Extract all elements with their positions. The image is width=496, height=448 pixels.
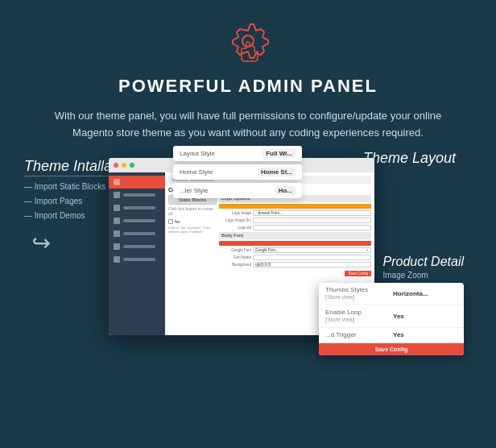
enable-loop-row: Enable Loop[Store view] Yes	[319, 305, 464, 328]
floating-menus: Layout Style Full Wi... Home Style Home …	[173, 146, 302, 201]
save-config-button[interactable]: Save Config	[345, 271, 371, 276]
trigger-label: ...d Trigger	[325, 331, 390, 339]
mockup-right-col: Logo Options Logo Image ...browse From..…	[219, 195, 371, 276]
sidebar-item-2	[109, 201, 165, 214]
svg-point-0	[242, 35, 254, 47]
google-font-select[interactable]: Google Font... ▼	[253, 247, 371, 253]
no-label: No	[175, 219, 180, 224]
logo-img-field[interactable]: ...browse From...	[253, 210, 371, 216]
sidebar-icon-1	[114, 192, 120, 198]
no-desc: if set to 'Yes', imported "*ocks with th…	[168, 226, 217, 234]
sidebar-text-4	[123, 232, 155, 235]
panels-area: Theme Intallation Import Static Blocks I…	[24, 158, 472, 432]
google-font-val: Google Font...	[255, 248, 279, 252]
product-detail-sub-1: Image Zoom	[383, 269, 465, 282]
float-menu-home: Home Style Home St...	[173, 164, 302, 180]
logo-src-field[interactable]	[253, 218, 371, 223]
form-row-font-name: Font Name	[219, 255, 371, 260]
other-style-val[interactable]: Ho...	[275, 186, 296, 195]
form-row-google-font: Google Font Google Font... ▼	[219, 247, 371, 253]
form-row-logo-img: Logo Image ...browse From...	[219, 210, 371, 216]
sidebar-text-2	[123, 206, 155, 209]
sidebar-text-5	[123, 245, 155, 248]
product-detail-panel: Thumbs Styles[Store view] Horizonta... E…	[319, 283, 464, 355]
other-style-label: ...ler Style	[180, 187, 209, 194]
form-row-logo-src: Logo Image Src	[219, 218, 371, 223]
arrow-left-icon: ↩	[32, 230, 51, 256]
form-row-bg: Background rgb(0,0,0)	[219, 262, 371, 268]
sidebar-text-3	[123, 219, 155, 222]
home-style-label: Home Style	[180, 168, 213, 176]
home-style-val[interactable]: Home St...	[258, 168, 296, 176]
sidebar-icon-5	[114, 243, 120, 250]
page-title: POWERFUL ADMIN PANEL	[118, 76, 378, 97]
page-subtitle: With our theme panel, you will have full…	[47, 108, 449, 142]
trigger-val[interactable]: Yes	[393, 331, 404, 338]
mockup-split: Static Blocks Click this button to creat…	[168, 195, 371, 276]
mockup-left-col: Static Blocks Click this button to creat…	[168, 195, 217, 276]
trigger-row: ...d Trigger Yes	[319, 328, 464, 343]
panel-save-button[interactable]: Save Config	[319, 343, 464, 355]
float-menu-other: ...ler Style Ho...	[173, 183, 302, 198]
logo-alt-field[interactable]	[253, 225, 371, 230]
select-arrow-icon: ▼	[366, 248, 369, 252]
bg-select[interactable]: rgb(0,0,0)	[253, 262, 371, 268]
font-name-field[interactable]	[253, 255, 371, 260]
dot-yellow	[122, 163, 126, 168]
mockup-sidebar	[109, 172, 165, 335]
sidebar-item-1	[109, 189, 165, 201]
layout-style-val[interactable]: Full Wi...	[262, 149, 296, 158]
sidebar-icon-6	[114, 256, 120, 263]
click-text: Click this button to create all	[168, 206, 217, 216]
sidebar-text-6	[123, 258, 155, 261]
product-detail-title: Product Detail	[383, 255, 465, 269]
logo-img-label: Logo Image	[219, 211, 251, 215]
logo-src-label: Logo Image Src	[219, 218, 251, 222]
red-bar-1	[219, 241, 371, 246]
logo-img-val: ...browse From...	[255, 211, 283, 215]
sidebar-item-6	[109, 253, 165, 266]
sidebar-icon-3	[114, 218, 120, 224]
sidebar-item-5	[109, 240, 165, 253]
float-menu-layout: Layout Style Full Wi...	[173, 146, 302, 161]
sidebar-item-active	[109, 176, 165, 189]
no-checkbox	[168, 219, 173, 224]
admin-icon-area	[224, 16, 272, 68]
bg-label: Background	[219, 263, 251, 267]
sidebar-icon	[114, 179, 120, 185]
sidebar-icon-2	[114, 205, 120, 211]
dot-green	[130, 163, 134, 168]
theme-layout-label: Theme Layout	[363, 150, 456, 167]
no-row: No	[168, 219, 217, 224]
enable-loop-val[interactable]: Yes	[393, 313, 404, 320]
sidebar-icon-4	[114, 230, 120, 237]
dot-red	[114, 163, 118, 168]
sidebar-item-3	[109, 214, 165, 227]
form-row-logo-alt: Logo Alt	[219, 225, 371, 230]
sidebar-text-1	[123, 193, 155, 197]
enable-loop-label: Enable Loop[Store view]	[325, 309, 390, 324]
form-section-font: Body Font	[219, 232, 371, 239]
logo-alt-label: Logo Alt	[219, 226, 251, 230]
orange-bar-1	[219, 204, 371, 209]
bg-val: rgb(0,0,0)	[255, 263, 271, 267]
google-font-label: Google Font	[219, 248, 251, 252]
admin-gear-icon	[224, 16, 272, 64]
thumbs-styles-val[interactable]: Horizonta...	[393, 290, 428, 297]
thumbs-styles-label: Thumbs Styles[Store view]	[325, 286, 390, 301]
font-name-label: Font Name	[219, 255, 251, 259]
layout-style-label: Layout Style	[180, 150, 215, 157]
main-container: POWERFUL ADMIN PANEL With our theme pane…	[0, 0, 496, 448]
sidebar-item-4	[109, 227, 165, 240]
thumbs-styles-row: Thumbs Styles[Store view] Horizonta...	[319, 283, 464, 305]
